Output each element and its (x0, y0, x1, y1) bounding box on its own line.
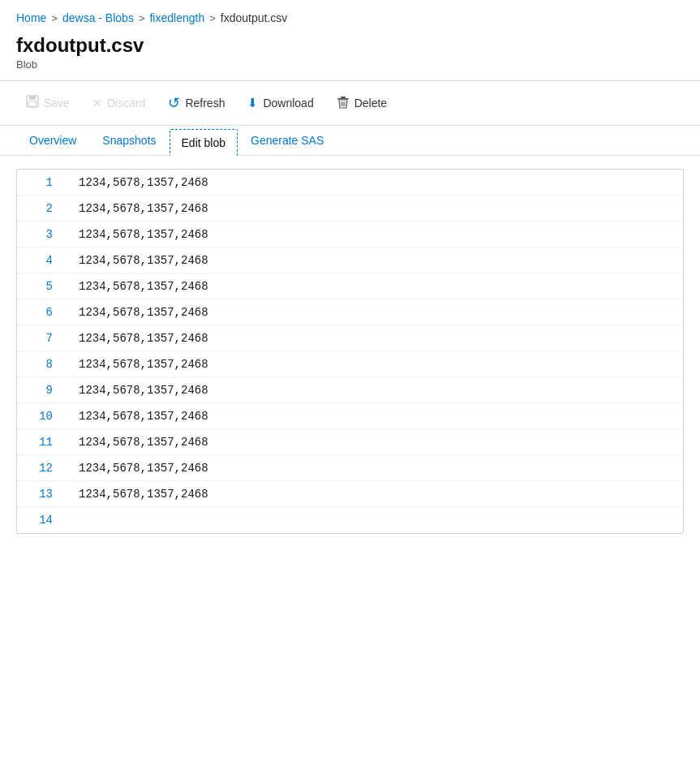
save-icon (26, 95, 39, 111)
line-content: 1234,5678,1357,2468 (66, 327, 683, 350)
refresh-label: Refresh (185, 97, 225, 110)
breadcrumb-fixedlength[interactable]: fixedlength (149, 11, 204, 24)
svg-rect-2 (28, 101, 37, 106)
delete-button[interactable]: Delete (327, 91, 397, 116)
delete-icon (337, 96, 350, 111)
breadcrumb-current: fxdoutput.csv (221, 11, 288, 24)
table-row: 121234,5678,1357,2468 (17, 455, 683, 481)
line-content: 1234,5678,1357,2468 (66, 431, 683, 454)
line-number: 14 (17, 509, 66, 531)
breadcrumb-home[interactable]: Home (16, 11, 46, 24)
save-label: Save (44, 97, 70, 110)
title-area: fxdoutput.csv Blob (0, 31, 700, 80)
refresh-icon: ↻ (168, 94, 180, 112)
delete-label: Delete (354, 97, 387, 110)
table-row: 51234,5678,1357,2468 (17, 273, 683, 299)
tab-edit-blob[interactable]: Edit blob (170, 129, 238, 156)
line-number: 12 (17, 457, 66, 480)
discard-icon: ✕ (92, 97, 102, 110)
page-subtitle: Blob (16, 58, 684, 71)
line-content: 1234,5678,1357,2468 (66, 249, 683, 272)
tab-snapshots[interactable]: Snapshots (89, 126, 169, 155)
line-content: 1234,5678,1357,2468 (66, 353, 683, 376)
discard-button[interactable]: ✕ Discard (83, 92, 155, 114)
line-number: 8 (17, 353, 66, 376)
content-area: 11234,5678,1357,246821234,5678,1357,2468… (0, 156, 700, 547)
page-title: fxdoutput.csv (16, 34, 684, 57)
line-number: 4 (17, 249, 66, 272)
download-icon: ⬇ (247, 96, 258, 110)
table-row: 11234,5678,1357,2468 (17, 170, 683, 196)
line-number: 5 (17, 275, 66, 298)
breadcrumb: Home > dewsa - Blobs > fixedlength > fxd… (0, 0, 700, 31)
discard-label: Discard (107, 97, 145, 110)
line-number: 1 (17, 171, 66, 194)
line-content: 1234,5678,1357,2468 (66, 171, 683, 194)
line-content: 1234,5678,1357,2468 (66, 197, 683, 220)
table-row: 111234,5678,1357,2468 (17, 429, 683, 455)
download-label: Download (263, 97, 313, 110)
breadcrumb-sep-3: > (209, 12, 216, 24)
table-row: 91234,5678,1357,2468 (17, 377, 683, 403)
line-content: 1234,5678,1357,2468 (66, 405, 683, 428)
table-row: 41234,5678,1357,2468 (17, 247, 683, 273)
svg-rect-1 (29, 96, 36, 100)
tab-overview[interactable]: Overview (16, 126, 89, 155)
table-row: 81234,5678,1357,2468 (17, 351, 683, 377)
line-number: 10 (17, 405, 66, 428)
line-number: 13 (17, 483, 66, 505)
svg-rect-3 (341, 97, 346, 98)
table-row: 31234,5678,1357,2468 (17, 222, 683, 247)
breadcrumb-sep-1: > (51, 12, 58, 24)
toolbar: Save ✕ Discard ↻ Refresh ⬇ Download Dele… (0, 81, 700, 126)
code-viewer[interactable]: 11234,5678,1357,246821234,5678,1357,2468… (16, 169, 684, 534)
line-number: 2 (17, 197, 66, 220)
refresh-button[interactable]: ↻ Refresh (158, 89, 234, 117)
line-content: 1234,5678,1357,2468 (66, 379, 683, 402)
line-number: 7 (17, 327, 66, 350)
line-number: 6 (17, 301, 66, 324)
breadcrumb-dewsa[interactable]: dewsa - Blobs (62, 11, 134, 24)
table-row: 21234,5678,1357,2468 (17, 196, 683, 222)
line-content: 1234,5678,1357,2468 (66, 483, 683, 505)
line-number: 3 (17, 223, 66, 246)
svg-rect-4 (337, 98, 349, 100)
table-row: 131234,5678,1357,2468 (17, 481, 683, 507)
download-button[interactable]: ⬇ Download (238, 91, 323, 115)
table-row: 71234,5678,1357,2468 (17, 325, 683, 351)
line-number: 11 (17, 431, 66, 454)
save-button[interactable]: Save (16, 90, 79, 116)
line-number: 9 (17, 379, 66, 402)
line-content: 1234,5678,1357,2468 (66, 301, 683, 324)
tab-generate-sas[interactable]: Generate SAS (238, 126, 337, 155)
tab-bar: Overview Snapshots Edit blob Generate SA… (0, 126, 700, 156)
line-content: 1234,5678,1357,2468 (66, 223, 683, 246)
table-row: 14 (17, 507, 683, 533)
breadcrumb-sep-2: > (139, 12, 145, 24)
table-row: 61234,5678,1357,2468 (17, 299, 683, 325)
line-content (66, 509, 683, 531)
table-row: 101234,5678,1357,2468 (17, 403, 683, 429)
line-content: 1234,5678,1357,2468 (66, 275, 683, 298)
line-content: 1234,5678,1357,2468 (66, 457, 683, 480)
